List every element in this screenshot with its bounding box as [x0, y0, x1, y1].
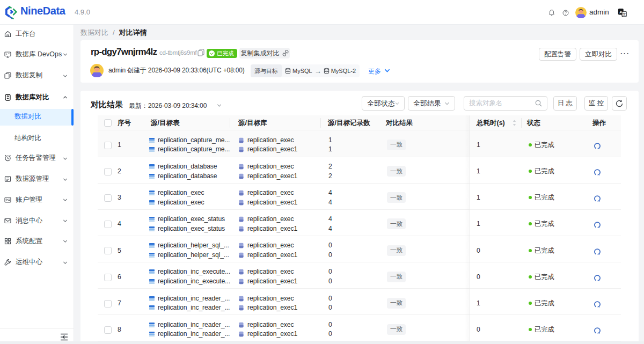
svg-text:文: 文 [623, 12, 626, 16]
